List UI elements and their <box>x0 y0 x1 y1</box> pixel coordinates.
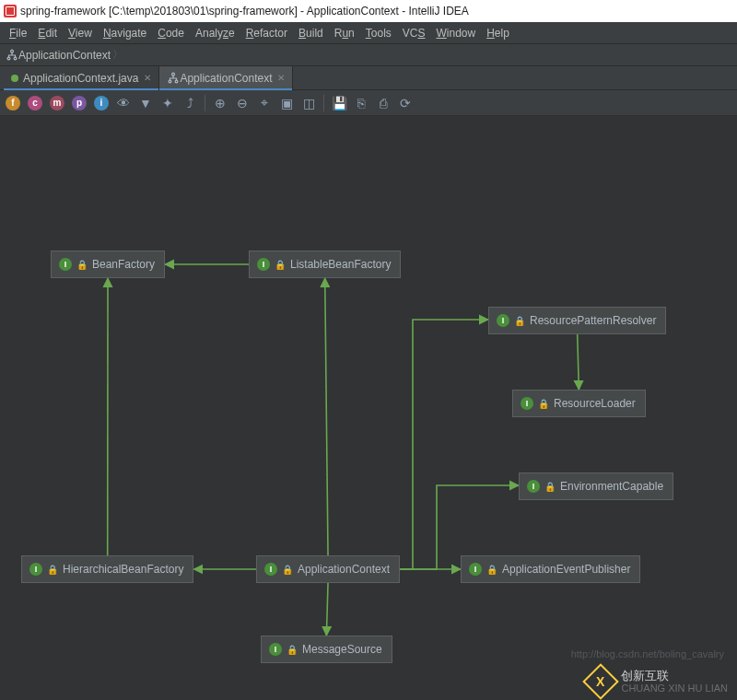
tab-applicationcontext[interactable]: ApplicationContext✕ <box>159 66 293 89</box>
node-resource-pattern-resolver[interactable]: I🔒ResourcePatternResolver <box>488 307 666 334</box>
node-listable-bean-factory[interactable]: I🔒ListableBeanFactory <box>249 251 401 278</box>
zoom-out-icon[interactable]: ⊖ <box>235 96 250 111</box>
interface-icon: I <box>29 563 42 576</box>
tab-label: ApplicationContext.java <box>23 72 138 85</box>
node-label: ApplicationEventPublisher <box>502 563 630 576</box>
menu-item-run[interactable]: Run <box>329 22 360 44</box>
chevron-right-icon: 〉 <box>112 47 123 63</box>
menu-item-navigate[interactable]: Navigate <box>98 22 152 44</box>
lock-icon: 🔒 <box>282 565 293 575</box>
node-application-event-publisher[interactable]: I🔒ApplicationEventPublisher <box>461 555 640 583</box>
menu-item-refactor[interactable]: Refactor <box>240 22 293 44</box>
menu-item-file[interactable]: File <box>4 22 32 44</box>
diagram-edge <box>578 334 579 390</box>
svg-point-0 <box>11 50 14 52</box>
menu-item-edit[interactable]: Edit <box>32 22 63 44</box>
menu-item-help[interactable]: Help <box>481 22 515 44</box>
fit-icon[interactable]: ▣ <box>279 96 294 111</box>
menu-item-window[interactable]: Window <box>430 22 481 44</box>
toolbar-separator <box>323 95 324 111</box>
lock-icon: 🔒 <box>514 316 525 326</box>
node-label: HierarchicalBeanFactory <box>63 563 183 576</box>
node-application-context[interactable]: I🔒ApplicationContext <box>256 555 400 583</box>
interface-icon: I <box>527 480 540 493</box>
menu-bar: FileEditViewNavigateCodeAnalyzeRefactorB… <box>0 22 737 44</box>
export-icon[interactable]: ⎘ <box>354 96 368 111</box>
interface-icon: I <box>59 258 72 271</box>
lock-icon: 🔒 <box>76 260 88 270</box>
watermark-brand-en: CHUANG XIN HU LIAN <box>621 682 728 694</box>
svg-point-1 <box>7 57 10 60</box>
lock-icon: 🔒 <box>287 645 298 655</box>
interface-icon: I <box>497 314 509 327</box>
node-message-source[interactable]: I🔒MessageSource <box>261 636 392 663</box>
zoom-actual-icon[interactable]: ⌖ <box>257 96 272 111</box>
node-label: ResourcePatternResolver <box>530 314 656 327</box>
close-icon[interactable]: ✕ <box>144 73 151 83</box>
expand-icon[interactable]: ◫ <box>301 96 316 111</box>
node-environment-capable[interactable]: I🔒EnvironmentCapable <box>519 472 673 500</box>
breadcrumb-label: ApplicationContext <box>18 49 111 62</box>
menu-item-view[interactable]: View <box>63 22 98 44</box>
node-label: ApplicationContext <box>298 563 390 576</box>
inner-badge[interactable]: i <box>94 96 109 111</box>
close-icon[interactable]: ✕ <box>277 73 285 83</box>
svg-point-3 <box>172 73 175 76</box>
fields-badge[interactable]: f <box>6 96 20 111</box>
svg-point-4 <box>170 80 172 83</box>
tab-applicationcontext-java[interactable]: ApplicationContext.java✕ <box>4 66 159 89</box>
constructors-badge[interactable]: c <box>28 96 42 111</box>
toolbar-separator <box>205 95 205 111</box>
svg-point-2 <box>14 57 17 60</box>
node-label: MessageSource <box>302 643 382 656</box>
node-resource-loader[interactable]: I🔒ResourceLoader <box>512 390 646 417</box>
methods-badge[interactable]: m <box>50 96 64 111</box>
lock-icon: 🔒 <box>275 260 286 270</box>
lock-icon: 🔒 <box>47 565 58 575</box>
svg-point-5 <box>176 80 179 83</box>
node-bean-factory[interactable]: I🔒BeanFactory <box>51 251 165 278</box>
interface-icon: I <box>257 258 270 271</box>
app-icon <box>4 5 17 18</box>
refresh-icon[interactable]: ⟳ <box>398 96 413 111</box>
watermark-url: http://blog.csdn.net/boling_cavalry <box>571 648 724 659</box>
title-bar: spring-framework [C:\temp\201803\01\spri… <box>0 0 737 22</box>
menu-item-tools[interactable]: Tools <box>360 22 397 44</box>
node-label: BeanFactory <box>92 258 155 271</box>
diagram-canvas[interactable]: I🔒BeanFactoryI🔒ListableBeanFactoryI🔒Reso… <box>0 116 737 700</box>
class-hierarchy-icon <box>6 49 18 62</box>
menu-item-code[interactable]: Code <box>152 22 190 44</box>
layout-icon[interactable]: ⤴ <box>182 96 197 111</box>
watermark-brand: 创新互联 <box>621 670 728 682</box>
properties-badge[interactable]: p <box>72 96 87 111</box>
menu-item-build[interactable]: Build <box>293 22 329 44</box>
print-icon[interactable]: ⎙ <box>376 96 391 111</box>
interface-icon: I <box>269 643 282 656</box>
lock-icon: 🔒 <box>538 399 549 409</box>
interface-icon: I <box>469 563 482 576</box>
eye-icon[interactable]: 👁 <box>116 96 131 111</box>
diagram-edge <box>326 583 328 636</box>
diagram-edge <box>400 320 488 569</box>
save-icon[interactable]: 💾 <box>332 96 346 111</box>
add-dep-icon[interactable]: ✦ <box>160 96 175 111</box>
lock-icon: 🔒 <box>544 482 556 492</box>
breadcrumb[interactable]: ApplicationContext 〉 <box>0 44 737 66</box>
interface-icon <box>11 75 18 82</box>
class-hierarchy-icon <box>167 72 180 85</box>
watermark-logo-icon: X <box>583 663 620 700</box>
watermark: X 创新互联 CHUANG XIN HU LIAN <box>588 669 728 694</box>
tab-label: ApplicationContext <box>180 72 272 85</box>
node-label: ListableBeanFactory <box>290 258 391 271</box>
zoom-in-icon[interactable]: ⊕ <box>213 96 228 111</box>
diagram-toolbar: fcmpi👁▼✦⤴⊕⊖⌖▣◫💾⎘⎙⟳ <box>0 90 737 116</box>
window-title: spring-framework [C:\temp\201803\01\spri… <box>20 0 469 22</box>
editor-tabs: ApplicationContext.java✕ApplicationConte… <box>0 66 737 90</box>
node-hierarchical-bean-factory[interactable]: I🔒HierarchicalBeanFactory <box>21 555 193 583</box>
filter-icon[interactable]: ▼ <box>138 96 153 111</box>
diagram-edge <box>325 278 328 555</box>
lock-icon: 🔒 <box>486 565 497 575</box>
menu-item-vcs[interactable]: VCS <box>397 22 431 44</box>
menu-item-analyze[interactable]: Analyze <box>190 22 240 44</box>
interface-icon: I <box>521 397 533 410</box>
